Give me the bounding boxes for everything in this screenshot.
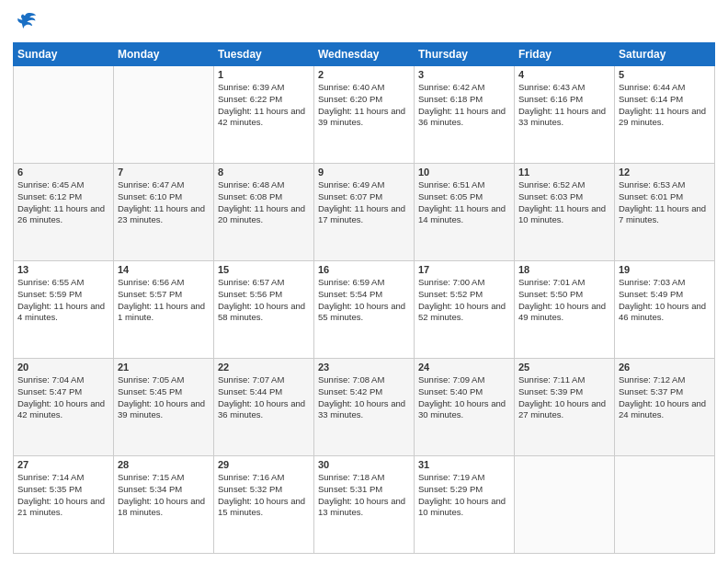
calendar-cell: 25Sunrise: 7:11 AM Sunset: 5:39 PM Dayli… bbox=[515, 359, 615, 456]
calendar-cell: 26Sunrise: 7:12 AM Sunset: 5:37 PM Dayli… bbox=[615, 359, 715, 456]
logo bbox=[13, 9, 42, 35]
calendar-cell: 3Sunrise: 6:42 AM Sunset: 6:18 PM Daylig… bbox=[415, 66, 515, 164]
day-info: Sunrise: 7:01 AM Sunset: 5:50 PM Dayligh… bbox=[518, 277, 610, 324]
day-number: 21 bbox=[118, 362, 210, 373]
calendar-cell: 1Sunrise: 6:39 AM Sunset: 6:22 PM Daylig… bbox=[214, 66, 314, 164]
calendar-cell: 6Sunrise: 6:45 AM Sunset: 6:12 PM Daylig… bbox=[14, 164, 114, 261]
day-number: 20 bbox=[17, 362, 109, 373]
week-row-1: 1Sunrise: 6:39 AM Sunset: 6:22 PM Daylig… bbox=[14, 66, 715, 164]
calendar-cell: 13Sunrise: 6:55 AM Sunset: 5:59 PM Dayli… bbox=[14, 261, 114, 359]
calendar-cell: 23Sunrise: 7:08 AM Sunset: 5:42 PM Dayli… bbox=[314, 359, 415, 456]
day-info: Sunrise: 6:56 AM Sunset: 5:57 PM Dayligh… bbox=[118, 277, 210, 324]
day-info: Sunrise: 6:52 AM Sunset: 6:03 PM Dayligh… bbox=[518, 179, 610, 226]
day-info: Sunrise: 6:49 AM Sunset: 6:07 PM Dayligh… bbox=[318, 179, 410, 226]
header bbox=[13, 9, 715, 35]
day-info: Sunrise: 7:19 AM Sunset: 5:29 PM Dayligh… bbox=[418, 472, 510, 519]
day-info: Sunrise: 7:05 AM Sunset: 5:45 PM Dayligh… bbox=[118, 374, 210, 421]
day-info: Sunrise: 6:42 AM Sunset: 6:18 PM Dayligh… bbox=[418, 82, 510, 129]
day-number: 6 bbox=[17, 167, 109, 178]
day-number: 27 bbox=[17, 459, 109, 470]
week-row-3: 13Sunrise: 6:55 AM Sunset: 5:59 PM Dayli… bbox=[14, 261, 715, 359]
calendar-cell bbox=[615, 456, 715, 554]
calendar-cell: 15Sunrise: 6:57 AM Sunset: 5:56 PM Dayli… bbox=[214, 261, 314, 359]
day-number: 1 bbox=[218, 69, 310, 80]
calendar-cell: 18Sunrise: 7:01 AM Sunset: 5:50 PM Dayli… bbox=[515, 261, 615, 359]
day-number: 17 bbox=[418, 264, 510, 275]
weekday-header-sunday: Sunday bbox=[14, 43, 114, 66]
day-number: 16 bbox=[318, 264, 410, 275]
day-info: Sunrise: 7:08 AM Sunset: 5:42 PM Dayligh… bbox=[318, 374, 410, 421]
day-number: 23 bbox=[318, 362, 410, 373]
day-info: Sunrise: 6:45 AM Sunset: 6:12 PM Dayligh… bbox=[17, 179, 109, 226]
day-number: 28 bbox=[118, 459, 210, 470]
logo-bird-icon bbox=[13, 9, 39, 35]
day-info: Sunrise: 6:57 AM Sunset: 5:56 PM Dayligh… bbox=[218, 277, 310, 324]
calendar-cell: 17Sunrise: 7:00 AM Sunset: 5:52 PM Dayli… bbox=[415, 261, 515, 359]
day-info: Sunrise: 6:48 AM Sunset: 6:08 PM Dayligh… bbox=[218, 179, 310, 226]
weekday-header-thursday: Thursday bbox=[415, 43, 515, 66]
day-number: 13 bbox=[17, 264, 109, 275]
calendar-cell: 21Sunrise: 7:05 AM Sunset: 5:45 PM Dayli… bbox=[114, 359, 214, 456]
day-number: 2 bbox=[318, 69, 410, 80]
day-number: 31 bbox=[418, 459, 510, 470]
calendar-cell: 5Sunrise: 6:44 AM Sunset: 6:14 PM Daylig… bbox=[615, 66, 715, 164]
day-info: Sunrise: 6:39 AM Sunset: 6:22 PM Dayligh… bbox=[218, 82, 310, 129]
calendar-cell: 10Sunrise: 6:51 AM Sunset: 6:05 PM Dayli… bbox=[415, 164, 515, 261]
calendar-cell: 28Sunrise: 7:15 AM Sunset: 5:34 PM Dayli… bbox=[114, 456, 214, 554]
day-number: 29 bbox=[218, 459, 310, 470]
weekday-header-friday: Friday bbox=[515, 43, 615, 66]
week-row-2: 6Sunrise: 6:45 AM Sunset: 6:12 PM Daylig… bbox=[14, 164, 715, 261]
weekday-header-wednesday: Wednesday bbox=[314, 43, 415, 66]
day-number: 30 bbox=[318, 459, 410, 470]
day-number: 26 bbox=[619, 362, 711, 373]
calendar-cell: 31Sunrise: 7:19 AM Sunset: 5:29 PM Dayli… bbox=[415, 456, 515, 554]
day-info: Sunrise: 6:43 AM Sunset: 6:16 PM Dayligh… bbox=[518, 82, 610, 129]
weekday-header-saturday: Saturday bbox=[615, 43, 715, 66]
day-info: Sunrise: 7:00 AM Sunset: 5:52 PM Dayligh… bbox=[418, 277, 510, 324]
day-number: 25 bbox=[518, 362, 610, 373]
day-number: 9 bbox=[318, 167, 410, 178]
calendar-cell: 8Sunrise: 6:48 AM Sunset: 6:08 PM Daylig… bbox=[214, 164, 314, 261]
calendar-cell bbox=[515, 456, 615, 554]
calendar-cell bbox=[114, 66, 214, 164]
day-info: Sunrise: 7:16 AM Sunset: 5:32 PM Dayligh… bbox=[218, 472, 310, 519]
calendar-cell: 2Sunrise: 6:40 AM Sunset: 6:20 PM Daylig… bbox=[314, 66, 415, 164]
day-number: 10 bbox=[418, 167, 510, 178]
calendar-table: SundayMondayTuesdayWednesdayThursdayFrid… bbox=[13, 42, 715, 554]
day-info: Sunrise: 7:07 AM Sunset: 5:44 PM Dayligh… bbox=[218, 374, 310, 421]
day-info: Sunrise: 7:12 AM Sunset: 5:37 PM Dayligh… bbox=[619, 374, 711, 421]
calendar-cell: 12Sunrise: 6:53 AM Sunset: 6:01 PM Dayli… bbox=[615, 164, 715, 261]
calendar-cell: 14Sunrise: 6:56 AM Sunset: 5:57 PM Dayli… bbox=[114, 261, 214, 359]
day-number: 3 bbox=[418, 69, 510, 80]
day-number: 5 bbox=[619, 69, 711, 80]
day-number: 14 bbox=[118, 264, 210, 275]
calendar-cell: 19Sunrise: 7:03 AM Sunset: 5:49 PM Dayli… bbox=[615, 261, 715, 359]
day-number: 4 bbox=[518, 69, 610, 80]
day-info: Sunrise: 6:44 AM Sunset: 6:14 PM Dayligh… bbox=[619, 82, 711, 129]
day-number: 22 bbox=[218, 362, 310, 373]
day-info: Sunrise: 6:59 AM Sunset: 5:54 PM Dayligh… bbox=[318, 277, 410, 324]
page: SundayMondayTuesdayWednesdayThursdayFrid… bbox=[0, 0, 728, 563]
day-info: Sunrise: 7:18 AM Sunset: 5:31 PM Dayligh… bbox=[318, 472, 410, 519]
day-info: Sunrise: 6:47 AM Sunset: 6:10 PM Dayligh… bbox=[118, 179, 210, 226]
weekday-header-row: SundayMondayTuesdayWednesdayThursdayFrid… bbox=[14, 43, 715, 66]
weekday-header-tuesday: Tuesday bbox=[214, 43, 314, 66]
calendar-cell: 11Sunrise: 6:52 AM Sunset: 6:03 PM Dayli… bbox=[515, 164, 615, 261]
day-info: Sunrise: 7:03 AM Sunset: 5:49 PM Dayligh… bbox=[619, 277, 711, 324]
day-info: Sunrise: 7:09 AM Sunset: 5:40 PM Dayligh… bbox=[418, 374, 510, 421]
week-row-5: 27Sunrise: 7:14 AM Sunset: 5:35 PM Dayli… bbox=[14, 456, 715, 554]
day-info: Sunrise: 7:04 AM Sunset: 5:47 PM Dayligh… bbox=[17, 374, 109, 421]
calendar-cell: 9Sunrise: 6:49 AM Sunset: 6:07 PM Daylig… bbox=[314, 164, 415, 261]
calendar-cell: 20Sunrise: 7:04 AM Sunset: 5:47 PM Dayli… bbox=[14, 359, 114, 456]
calendar-cell: 22Sunrise: 7:07 AM Sunset: 5:44 PM Dayli… bbox=[214, 359, 314, 456]
calendar-cell: 24Sunrise: 7:09 AM Sunset: 5:40 PM Dayli… bbox=[415, 359, 515, 456]
calendar-cell: 16Sunrise: 6:59 AM Sunset: 5:54 PM Dayli… bbox=[314, 261, 415, 359]
day-number: 7 bbox=[118, 167, 210, 178]
calendar-cell: 30Sunrise: 7:18 AM Sunset: 5:31 PM Dayli… bbox=[314, 456, 415, 554]
day-number: 18 bbox=[518, 264, 610, 275]
weekday-header-monday: Monday bbox=[114, 43, 214, 66]
day-info: Sunrise: 6:40 AM Sunset: 6:20 PM Dayligh… bbox=[318, 82, 410, 129]
calendar-cell: 27Sunrise: 7:14 AM Sunset: 5:35 PM Dayli… bbox=[14, 456, 114, 554]
day-number: 19 bbox=[619, 264, 711, 275]
day-info: Sunrise: 6:51 AM Sunset: 6:05 PM Dayligh… bbox=[418, 179, 510, 226]
